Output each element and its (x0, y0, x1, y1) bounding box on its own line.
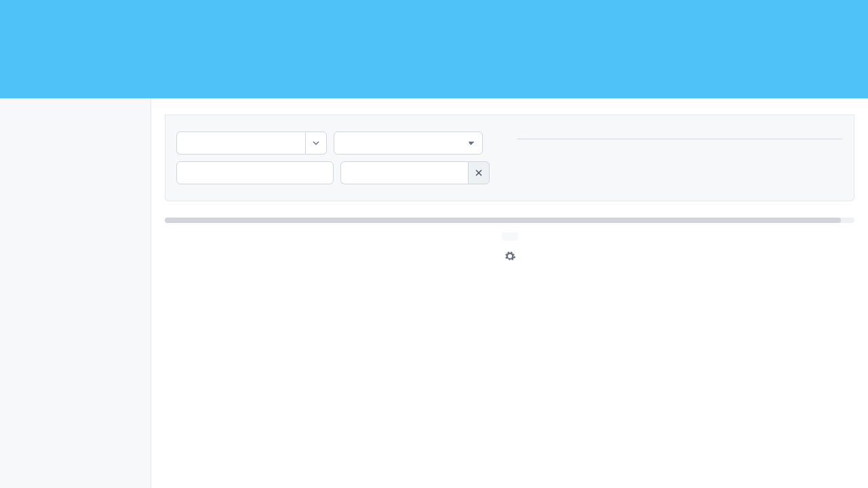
order-search-input[interactable] (176, 161, 334, 184)
gear-icon (504, 250, 516, 262)
summary-block (517, 125, 844, 191)
settings-footer[interactable] (165, 250, 854, 265)
affiliate-dropdown-button[interactable] (305, 131, 327, 155)
group-filter[interactable] (334, 131, 483, 155)
close-icon (475, 169, 483, 177)
hero-banner (0, 0, 868, 98)
chevron-down-icon (311, 138, 321, 148)
main-content (151, 98, 868, 488)
horizontal-scrollbar[interactable] (165, 218, 854, 223)
app-shell (0, 98, 868, 488)
filters-block (176, 125, 503, 191)
clear-date-button[interactable] (468, 161, 490, 184)
affiliate-filter[interactable] (176, 131, 327, 155)
sidebar (0, 98, 151, 488)
date-range-input[interactable] (340, 161, 468, 184)
filters-summary-panel (165, 115, 854, 201)
tip-bar (502, 232, 518, 241)
affiliate-input[interactable] (176, 131, 305, 155)
summary-cards (517, 138, 844, 140)
